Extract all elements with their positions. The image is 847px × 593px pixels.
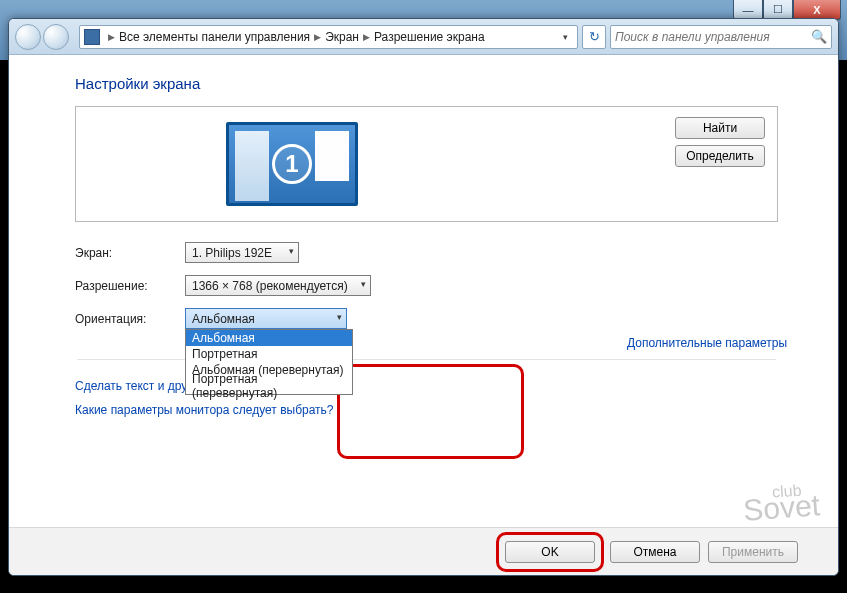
resolution-value: 1366 × 768 (рекомендуется) [192,279,348,293]
breadcrumb-item[interactable]: Разрешение экрана [374,30,485,44]
orientation-dropdown-list: Альбомная Портретная Альбомная (переверн… [185,329,353,395]
toolbar: ▶ Все элементы панели управления ▶ Экран… [9,19,838,55]
watermark: clubSovet [742,480,821,527]
monitor-thumbnail[interactable]: 1 [226,122,358,206]
maximize-button[interactable]: ☐ [763,0,793,20]
breadcrumb-item[interactable]: Экран [325,30,359,44]
search-input[interactable] [615,30,811,44]
find-button[interactable]: Найти [675,117,765,139]
chevron-right-icon: ▶ [314,32,321,42]
orientation-label: Ориентация: [75,312,185,326]
control-panel-icon [84,29,100,45]
annotation-highlight: OK [496,532,604,572]
back-button[interactable] [15,24,41,50]
search-box[interactable]: 🔍 [610,25,832,49]
which-monitor-link[interactable]: Какие параметры монитора следует выбрать… [75,403,334,417]
bg-window-controls: — ☐ X [733,0,841,20]
orientation-option[interactable]: Портретная (перевернутая) [186,378,352,394]
orientation-dropdown[interactable]: Альбомная Альбомная Портретная Альбомная… [185,308,347,329]
dialog-buttons: OK Отмена Применить [9,527,838,575]
chevron-down-icon[interactable]: ▾ [557,32,573,42]
divider [77,359,776,360]
identify-button[interactable]: Определить [675,145,765,167]
content-area: Настройки экрана 1 Найти Определить Экра… [9,55,838,417]
monitor-preview-panel: 1 Найти Определить [75,106,778,222]
ok-button[interactable]: OK [505,541,595,563]
nav-buttons [15,24,69,50]
apply-button: Применить [708,541,798,563]
orientation-option[interactable]: Альбомная [186,330,352,346]
refresh-icon: ↻ [589,29,600,44]
display-dropdown[interactable]: 1. Philips 192E [185,242,299,263]
display-value: 1. Philips 192E [192,246,272,260]
breadcrumb-item[interactable]: Все элементы панели управления [119,30,310,44]
control-panel-window: ▶ Все элементы панели управления ▶ Экран… [8,18,839,576]
search-icon: 🔍 [811,29,827,44]
monitor-number-badge: 1 [272,144,312,184]
orientation-option[interactable]: Портретная [186,346,352,362]
forward-button[interactable] [43,24,69,50]
breadcrumb[interactable]: ▶ Все элементы панели управления ▶ Экран… [79,25,578,49]
resolution-dropdown[interactable]: 1366 × 768 (рекомендуется) [185,275,371,296]
chevron-right-icon: ▶ [108,32,115,42]
page-title: Настройки экрана [75,75,778,92]
advanced-settings-link[interactable]: Дополнительные параметры [627,336,787,350]
chevron-right-icon: ▶ [363,32,370,42]
display-label: Экран: [75,246,185,260]
close-button[interactable]: X [793,0,841,20]
resolution-label: Разрешение: [75,279,185,293]
cancel-button[interactable]: Отмена [610,541,700,563]
orientation-value: Альбомная [192,312,255,326]
minimize-button[interactable]: — [733,0,763,20]
refresh-button[interactable]: ↻ [582,25,606,49]
